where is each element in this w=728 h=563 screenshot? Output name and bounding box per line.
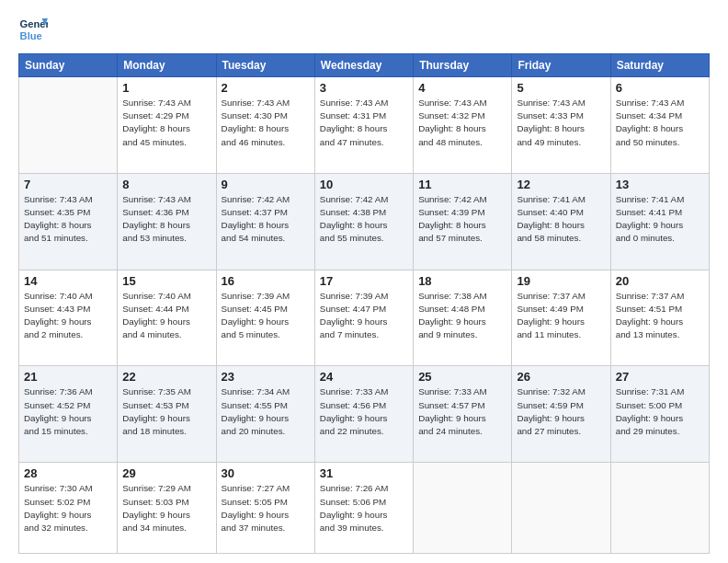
calendar-day-cell [414, 463, 512, 554]
weekday-header: Friday [512, 54, 610, 77]
day-info: Sunrise: 7:40 AMSunset: 4:43 PMDaylight:… [24, 290, 112, 342]
weekday-header: Sunday [19, 54, 118, 77]
day-info: Sunrise: 7:36 AMSunset: 4:52 PMDaylight:… [24, 385, 112, 438]
day-info: Sunrise: 7:43 AMSunset: 4:34 PMDaylight:… [616, 97, 704, 149]
calendar-day-cell: 22Sunrise: 7:35 AMSunset: 4:53 PMDayligh… [118, 366, 216, 463]
calendar-day-cell: 27Sunrise: 7:31 AMSunset: 5:00 PMDayligh… [610, 366, 709, 463]
weekday-header: Saturday [610, 54, 709, 77]
day-info: Sunrise: 7:43 AMSunset: 4:30 PMDaylight:… [222, 97, 310, 149]
day-info: Sunrise: 7:43 AMSunset: 4:33 PMDaylight:… [517, 97, 605, 149]
day-info: Sunrise: 7:39 AMSunset: 4:45 PMDaylight:… [222, 290, 310, 342]
day-number: 11 [418, 178, 506, 191]
calendar-day-cell: 14Sunrise: 7:40 AMSunset: 4:43 PMDayligh… [19, 270, 118, 366]
calendar-day-cell: 2Sunrise: 7:43 AMSunset: 4:30 PMDaylight… [216, 77, 314, 174]
day-number: 19 [517, 274, 605, 288]
day-info: Sunrise: 7:30 AMSunset: 5:02 PMDaylight:… [24, 482, 112, 534]
calendar-day-cell: 26Sunrise: 7:32 AMSunset: 4:59 PMDayligh… [512, 366, 610, 463]
calendar-table: SundayMondayTuesdayWednesdayThursdayFrid… [18, 53, 710, 554]
calendar-week-row: 7Sunrise: 7:43 AMSunset: 4:35 PMDaylight… [19, 173, 710, 270]
calendar-day-cell: 21Sunrise: 7:36 AMSunset: 4:52 PMDayligh… [19, 366, 118, 463]
day-number: 18 [418, 274, 506, 288]
day-number: 28 [24, 466, 112, 480]
day-info: Sunrise: 7:39 AMSunset: 4:47 PMDaylight:… [320, 290, 408, 342]
calendar-header-row: SundayMondayTuesdayWednesdayThursdayFrid… [19, 54, 710, 77]
calendar-day-cell: 6Sunrise: 7:43 AMSunset: 4:34 PMDaylight… [610, 77, 709, 174]
day-info: Sunrise: 7:34 AMSunset: 4:55 PMDaylight:… [222, 385, 310, 438]
calendar-day-cell: 19Sunrise: 7:37 AMSunset: 4:49 PMDayligh… [512, 270, 610, 366]
day-number: 7 [24, 178, 112, 191]
calendar-week-row: 21Sunrise: 7:36 AMSunset: 4:52 PMDayligh… [19, 366, 710, 463]
calendar-day-cell: 28Sunrise: 7:30 AMSunset: 5:02 PMDayligh… [19, 463, 118, 554]
calendar-week-row: 1Sunrise: 7:43 AMSunset: 4:29 PMDaylight… [19, 77, 710, 174]
day-number: 25 [418, 370, 506, 384]
calendar-day-cell: 15Sunrise: 7:40 AMSunset: 4:44 PMDayligh… [118, 270, 216, 366]
day-info: Sunrise: 7:37 AMSunset: 4:51 PMDaylight:… [616, 290, 704, 342]
weekday-header: Thursday [414, 54, 512, 77]
day-number: 14 [24, 274, 112, 288]
calendar-day-cell: 24Sunrise: 7:33 AMSunset: 4:56 PMDayligh… [314, 366, 413, 463]
day-info: Sunrise: 7:37 AMSunset: 4:49 PMDaylight:… [517, 290, 605, 342]
day-info: Sunrise: 7:35 AMSunset: 4:53 PMDaylight:… [122, 385, 210, 438]
day-info: Sunrise: 7:43 AMSunset: 4:32 PMDaylight:… [418, 97, 506, 149]
calendar-day-cell [512, 463, 610, 554]
weekday-header: Wednesday [314, 54, 413, 77]
day-info: Sunrise: 7:29 AMSunset: 5:03 PMDaylight:… [122, 482, 210, 534]
calendar-day-cell: 9Sunrise: 7:42 AMSunset: 4:37 PMDaylight… [216, 173, 314, 270]
calendar-day-cell: 12Sunrise: 7:41 AMSunset: 4:40 PMDayligh… [512, 173, 610, 270]
calendar-day-cell: 25Sunrise: 7:33 AMSunset: 4:57 PMDayligh… [414, 366, 512, 463]
weekday-header: Monday [118, 54, 216, 77]
day-number: 4 [418, 81, 506, 95]
page-header: General Blue [18, 15, 710, 44]
day-number: 10 [320, 178, 408, 191]
calendar-day-cell: 7Sunrise: 7:43 AMSunset: 4:35 PMDaylight… [19, 173, 118, 270]
calendar-day-cell: 1Sunrise: 7:43 AMSunset: 4:29 PMDaylight… [118, 77, 216, 174]
weekday-header: Tuesday [216, 54, 314, 77]
day-number: 9 [222, 178, 310, 191]
calendar-day-cell: 13Sunrise: 7:41 AMSunset: 4:41 PMDayligh… [610, 173, 709, 270]
day-info: Sunrise: 7:38 AMSunset: 4:48 PMDaylight:… [418, 290, 506, 342]
day-number: 23 [222, 370, 310, 384]
calendar-day-cell: 23Sunrise: 7:34 AMSunset: 4:55 PMDayligh… [216, 366, 314, 463]
day-number: 12 [517, 178, 605, 191]
day-number: 21 [24, 370, 112, 384]
day-number: 31 [320, 466, 408, 480]
day-info: Sunrise: 7:33 AMSunset: 4:56 PMDaylight:… [320, 385, 408, 438]
calendar-day-cell: 11Sunrise: 7:42 AMSunset: 4:39 PMDayligh… [414, 173, 512, 270]
day-info: Sunrise: 7:43 AMSunset: 4:35 PMDaylight:… [24, 193, 112, 246]
day-number: 26 [517, 370, 605, 384]
day-number: 22 [122, 370, 210, 384]
day-info: Sunrise: 7:33 AMSunset: 4:57 PMDaylight:… [418, 385, 506, 438]
day-info: Sunrise: 7:43 AMSunset: 4:31 PMDaylight:… [320, 97, 408, 149]
calendar-week-row: 14Sunrise: 7:40 AMSunset: 4:43 PMDayligh… [19, 270, 710, 366]
calendar-day-cell: 18Sunrise: 7:38 AMSunset: 4:48 PMDayligh… [414, 270, 512, 366]
day-info: Sunrise: 7:42 AMSunset: 4:39 PMDaylight:… [418, 193, 506, 246]
calendar-week-row: 28Sunrise: 7:30 AMSunset: 5:02 PMDayligh… [19, 463, 710, 554]
calendar-day-cell: 8Sunrise: 7:43 AMSunset: 4:36 PMDaylight… [118, 173, 216, 270]
day-info: Sunrise: 7:42 AMSunset: 4:38 PMDaylight:… [320, 193, 408, 246]
day-number: 5 [517, 81, 605, 95]
day-info: Sunrise: 7:32 AMSunset: 4:59 PMDaylight:… [517, 385, 605, 438]
day-number: 17 [320, 274, 408, 288]
calendar-day-cell: 20Sunrise: 7:37 AMSunset: 4:51 PMDayligh… [610, 270, 709, 366]
logo: General Blue [18, 15, 48, 44]
day-number: 15 [122, 274, 210, 288]
day-info: Sunrise: 7:31 AMSunset: 5:00 PMDaylight:… [616, 385, 704, 438]
day-info: Sunrise: 7:43 AMSunset: 4:36 PMDaylight:… [122, 193, 210, 246]
calendar-day-cell: 5Sunrise: 7:43 AMSunset: 4:33 PMDaylight… [512, 77, 610, 174]
calendar-day-cell: 4Sunrise: 7:43 AMSunset: 4:32 PMDaylight… [414, 77, 512, 174]
day-number: 30 [222, 466, 310, 480]
day-info: Sunrise: 7:41 AMSunset: 4:41 PMDaylight:… [616, 193, 704, 246]
day-number: 1 [122, 81, 210, 95]
calendar-day-cell: 16Sunrise: 7:39 AMSunset: 4:45 PMDayligh… [216, 270, 314, 366]
calendar-day-cell: 31Sunrise: 7:26 AMSunset: 5:06 PMDayligh… [314, 463, 413, 554]
day-number: 6 [616, 81, 704, 95]
day-info: Sunrise: 7:27 AMSunset: 5:05 PMDaylight:… [222, 482, 310, 534]
day-number: 3 [320, 81, 408, 95]
calendar-day-cell: 10Sunrise: 7:42 AMSunset: 4:38 PMDayligh… [314, 173, 413, 270]
calendar-day-cell: 29Sunrise: 7:29 AMSunset: 5:03 PMDayligh… [118, 463, 216, 554]
calendar-day-cell [19, 77, 118, 174]
day-info: Sunrise: 7:42 AMSunset: 4:37 PMDaylight:… [222, 193, 310, 246]
day-info: Sunrise: 7:26 AMSunset: 5:06 PMDaylight:… [320, 482, 408, 534]
day-number: 27 [616, 370, 704, 384]
day-number: 13 [616, 178, 704, 191]
